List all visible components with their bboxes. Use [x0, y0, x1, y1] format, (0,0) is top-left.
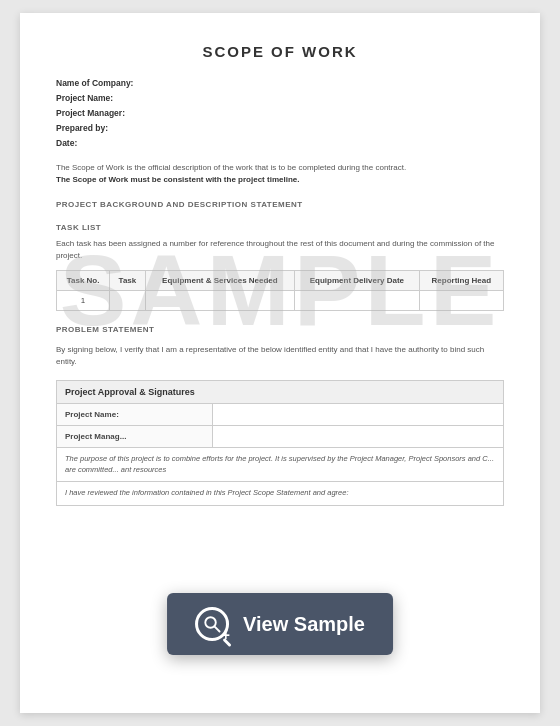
project-name-field: Project Name:: [56, 93, 504, 103]
cell-task-no: 1: [57, 291, 110, 311]
magnify-icon: +: [195, 607, 229, 641]
project-manager-field: Project Manager:: [56, 108, 504, 118]
cell-reporting-head: [419, 291, 503, 311]
table-row: 1: [57, 291, 504, 311]
col-delivery-date: Equipment Delivery Date: [295, 271, 420, 291]
task-list-description: Each task has been assigned a number for…: [56, 238, 504, 262]
document-page: SAMPLE SCOPE OF WORK Name of Company: Pr…: [20, 13, 540, 713]
cell-delivery-date: [295, 291, 420, 311]
approval-project-name-value: [213, 404, 504, 426]
approval-table: Project Approval & Signatures Project Na…: [56, 380, 504, 506]
cell-equipment-services: [145, 291, 294, 311]
company-field: Name of Company:: [56, 78, 504, 88]
task-list-heading: TASK LIST: [56, 223, 504, 232]
task-table: Task No. Task Equipment & Services Neede…: [56, 270, 504, 311]
date-field: Date:: [56, 138, 504, 148]
page-title: SCOPE OF WORK: [56, 43, 504, 60]
view-sample-button[interactable]: + View Sample: [167, 593, 393, 655]
problem-text: By signing below, I verify that I am a r…: [56, 344, 504, 368]
svg-line-1: [215, 627, 220, 632]
col-equipment-services: Equipment & Services Needed: [145, 271, 294, 291]
approval-row-project-manager: Project Manag...: [57, 426, 504, 448]
approval-project-manager-label: Project Manag...: [57, 426, 213, 448]
approval-project-name-label: Project Name:: [57, 404, 213, 426]
problem-heading: PROBLEM STATEMENT: [56, 325, 504, 334]
approval-project-manager-value: [213, 426, 504, 448]
col-task-no: Task No.: [57, 271, 110, 291]
background-heading: PROJECT BACKGROUND AND DESCRIPTION STATE…: [56, 200, 504, 209]
approval-table-title: Project Approval & Signatures: [57, 381, 504, 404]
col-task: Task: [110, 271, 146, 291]
prepared-by-field: Prepared by:: [56, 123, 504, 133]
approval-reviewed-text: I have reviewed the information containe…: [57, 482, 504, 506]
view-sample-label: View Sample: [243, 613, 365, 636]
col-reporting-head: Reporting Head: [419, 271, 503, 291]
approval-row-reviewed: I have reviewed the information containe…: [57, 482, 504, 506]
approval-row-purpose: The purpose of this project is to combin…: [57, 448, 504, 482]
approval-purpose-text: The purpose of this project is to combin…: [57, 448, 504, 482]
description-text: The Scope of Work is the official descri…: [56, 162, 504, 186]
approval-row-project-name: Project Name:: [57, 404, 504, 426]
cell-task: [110, 291, 146, 311]
